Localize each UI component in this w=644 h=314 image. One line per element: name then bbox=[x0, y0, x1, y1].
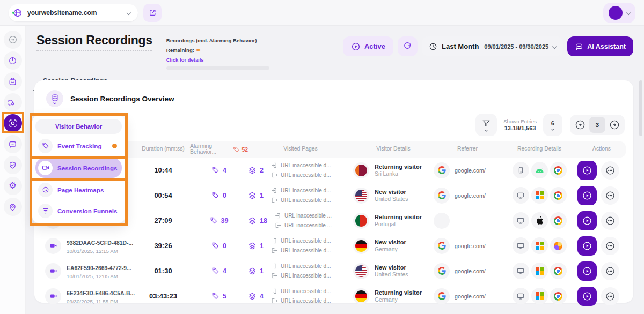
layers-icon bbox=[248, 216, 257, 225]
refresh-button[interactable] bbox=[398, 36, 418, 56]
sidebar-item-settings[interactable] bbox=[4, 177, 22, 195]
open-site-button[interactable] bbox=[143, 4, 162, 22]
date-range-picker[interactable]: Last Month 09/01/2025 - 09/30/2025 bbox=[422, 36, 563, 56]
menu-item-session-recordings[interactable]: Session Recordings bbox=[35, 158, 122, 178]
recording-details-cell bbox=[513, 162, 567, 178]
ellipsis-circle-icon bbox=[605, 190, 616, 201]
table-row[interactable]: 10:44 4 2 URL inaccessible d... UR bbox=[42, 158, 626, 183]
account-menu[interactable] bbox=[603, 3, 635, 23]
country-flag bbox=[355, 240, 367, 252]
more-actions-button[interactable] bbox=[601, 186, 619, 205]
table-row[interactable]: EA62F590-2669-4772-9...10/01/2025, 12:05… bbox=[42, 258, 626, 283]
device-icon bbox=[513, 263, 529, 279]
page-size-select[interactable]: 6 bbox=[543, 114, 562, 136]
active-status-button[interactable]: Active bbox=[343, 36, 393, 56]
table-row[interactable]: 6E234F3D-E486-4C5A-B...09/30/2025, 11:55… bbox=[42, 283, 626, 309]
more-actions-button[interactable] bbox=[601, 212, 619, 230]
alarming-behavior-cell: 0 bbox=[211, 191, 226, 199]
referrer-cell bbox=[434, 213, 501, 229]
play-recording-button[interactable] bbox=[577, 261, 597, 281]
video-camera-icon bbox=[38, 161, 53, 175]
play-recording-button[interactable] bbox=[577, 186, 597, 205]
tag-icon bbox=[210, 216, 218, 225]
visitor-country: Portugal bbox=[375, 221, 422, 227]
google-icon bbox=[434, 162, 450, 178]
shown-entries: Shown Entries 13-18/1,563 bbox=[501, 118, 539, 131]
recording-id: 9382DAAC-5CFD-481D-... bbox=[67, 240, 133, 246]
col-alarming[interactable]: Alarming Behavior... 52 bbox=[190, 143, 248, 156]
current-page[interactable]: 3 bbox=[589, 117, 605, 133]
col-duration[interactable]: Duration (mm:ss) bbox=[142, 146, 185, 153]
site-selector[interactable]: yourwebsitename.com bbox=[9, 4, 138, 21]
browser-icon bbox=[550, 187, 567, 204]
sidebar-item-ecommerce[interactable] bbox=[4, 72, 22, 91]
remaining-label: Recordings (incl. Alarming Behavior) Rem… bbox=[166, 38, 257, 53]
sidebar-item-geolocation[interactable] bbox=[4, 198, 22, 216]
card-title: Session Recordings Overview bbox=[70, 95, 174, 103]
exit-url: URL inaccessible d... bbox=[271, 272, 331, 279]
menu-item-event-tracking[interactable]: Event Tracking bbox=[35, 137, 122, 155]
scrollbar[interactable] bbox=[639, 80, 642, 136]
chat-bubble-icon bbox=[8, 140, 17, 149]
table-row[interactable]: 27:09 39 18 URL inaccessible ... U bbox=[42, 208, 626, 233]
actions-cell bbox=[577, 287, 619, 306]
menu-item-page-heatmaps[interactable]: Page Heatmaps bbox=[35, 181, 122, 199]
table-row[interactable]: 00:54 0 1 URL inaccessible d... UR bbox=[42, 183, 626, 208]
chat-icon bbox=[575, 42, 583, 51]
tag-icon bbox=[211, 166, 219, 174]
play-recording-button[interactable] bbox=[577, 236, 597, 256]
table-header-row: Duration (mm:ss) Alarming Behavior... 52… bbox=[42, 141, 626, 158]
chrome-icon bbox=[554, 166, 562, 175]
more-actions-button[interactable] bbox=[601, 287, 619, 305]
pages-count: 2 bbox=[260, 167, 264, 174]
os-icon bbox=[531, 212, 548, 229]
layers-icon bbox=[248, 166, 257, 175]
more-actions-button[interactable] bbox=[601, 237, 619, 255]
pie-chart-icon bbox=[8, 56, 17, 65]
ai-assistant-button[interactable]: AI Assistant bbox=[567, 36, 633, 56]
country-flag bbox=[355, 215, 367, 227]
filter-button[interactable] bbox=[475, 114, 497, 136]
play-recording-button[interactable] bbox=[577, 211, 597, 230]
exit-url: URL inaccessible d... bbox=[271, 197, 331, 204]
details-link[interactable]: Click for details bbox=[166, 57, 204, 63]
referrer-cell: google.com/ bbox=[434, 263, 501, 279]
play-recording-button[interactable] bbox=[577, 161, 597, 180]
sidebar-item-security[interactable] bbox=[4, 156, 22, 174]
visitor-type: Returning visitor bbox=[375, 289, 422, 296]
prev-page-button[interactable] bbox=[572, 117, 588, 133]
sidebar-item-traffic[interactable] bbox=[4, 93, 22, 111]
more-actions-button[interactable] bbox=[601, 161, 619, 180]
sidebar-item-dashboard[interactable] bbox=[4, 51, 22, 70]
more-actions-button[interactable] bbox=[601, 262, 619, 280]
referrer-url: google.com/ bbox=[455, 167, 486, 174]
period-range: 09/01/2025 - 09/30/2025 bbox=[484, 43, 548, 50]
actions-cell bbox=[577, 186, 619, 205]
pagination: 3 bbox=[570, 115, 625, 135]
visitor-country: Germany bbox=[375, 297, 422, 303]
play-circle-icon bbox=[582, 190, 592, 201]
recording-timestamp: 09/30/2025, 11:55 PM bbox=[67, 298, 135, 304]
col-visitor-details[interactable]: Visitor Details bbox=[376, 146, 410, 153]
next-page-button[interactable] bbox=[606, 117, 623, 133]
avatar bbox=[609, 6, 623, 20]
tag-icon bbox=[38, 139, 53, 153]
col-visited-pages[interactable]: Visited Pages bbox=[283, 146, 317, 153]
col-recording-details[interactable]: Recording Details bbox=[517, 146, 561, 153]
visitor-details-cell: Returning visitorGermany bbox=[353, 288, 434, 304]
chevron-down-icon bbox=[551, 128, 554, 131]
exit-url: URL inaccessible d... bbox=[271, 171, 331, 178]
col-referrer[interactable]: Referrer bbox=[457, 146, 478, 153]
duration-value: 10:44 bbox=[154, 166, 172, 174]
sidebar-item-feedback[interactable] bbox=[4, 135, 22, 153]
sidebar-collapse-icon[interactable] bbox=[4, 31, 22, 49]
menu-item-conversion-funnels[interactable]: Conversion Funnels bbox=[35, 201, 122, 220]
sidebar-item-visitor-behavior[interactable] bbox=[4, 114, 22, 132]
play-recording-button[interactable] bbox=[577, 287, 597, 306]
overview-expander[interactable] bbox=[46, 90, 63, 107]
gear-icon bbox=[9, 181, 17, 191]
col-actions: Actions bbox=[592, 146, 611, 153]
pages-count: 1 bbox=[260, 192, 264, 199]
header-actions: Active Last Month 09/01/2025 - 09/30/202… bbox=[343, 33, 633, 56]
table-row[interactable]: 9382DAAC-5CFD-481D-...10/01/2025, 12:15 … bbox=[42, 233, 626, 258]
